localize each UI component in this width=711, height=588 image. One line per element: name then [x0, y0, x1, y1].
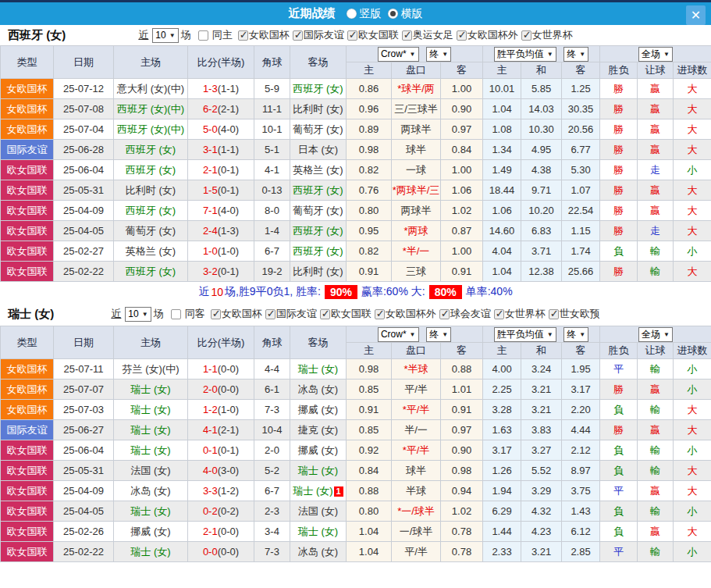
ah-line: 球半	[392, 461, 441, 481]
league-checkbox[interactable]	[457, 30, 467, 41]
subcol-ah-away: 客	[441, 343, 483, 359]
league-checkbox[interactable]	[265, 309, 276, 319]
same-away-label: 同客	[185, 307, 205, 321]
fulltime-score: 1-3	[203, 83, 218, 94]
league-checkbox[interactable]	[320, 309, 330, 319]
subcol-ah-home: 主	[347, 62, 392, 79]
ah-home-odds: 0.76	[347, 180, 392, 201]
result-handicap: 贏	[638, 380, 674, 400]
odds-time-select[interactable]: 终▼	[426, 327, 451, 342]
bookmaker-select[interactable]: Crow*▼	[378, 327, 419, 342]
fulltime-select[interactable]: 全场▼	[638, 327, 673, 342]
bookmaker-select[interactable]: Crow*▼	[378, 47, 419, 62]
ah-home-odds: 0.95	[347, 221, 392, 241]
corner-score: 10-4	[254, 420, 290, 440]
same-home-checkbox[interactable]	[198, 30, 208, 41]
fulltime-value: 全场	[642, 328, 660, 341]
result-handicap: 贏	[638, 140, 674, 160]
away-team: 冰岛 (女)	[290, 542, 347, 562]
wdl-time-select[interactable]: 终▼	[563, 47, 588, 62]
home-team: 西班牙 (女)(中)	[114, 99, 188, 119]
league-checkbox[interactable]	[375, 309, 385, 319]
league-label: 国际友谊	[304, 28, 344, 42]
result-wdl: 平	[600, 359, 638, 380]
match-row: 欧女国联25-02-22西班牙 (女)3-2(0-1)19-2比利时 (女)0.…	[1, 262, 711, 282]
ah-line: 平/半	[392, 380, 441, 400]
chevron-down-icon: ▼	[410, 328, 416, 341]
vertical-layout-radio[interactable]	[347, 9, 357, 19]
odds-draw: 14.03	[521, 99, 562, 119]
match-date: 25-04-05	[54, 221, 114, 241]
league-checkbox[interactable]	[549, 309, 559, 319]
home-team: 西班牙 (女)	[114, 262, 188, 282]
subcol-result-wdl: 胜负	[600, 62, 638, 79]
fulltime-score: 1-1	[203, 363, 218, 375]
fulltime-select[interactable]: 全场▼	[638, 47, 673, 62]
ah-away-odds: 1.01	[441, 380, 483, 400]
league-checkbox[interactable]	[521, 30, 531, 41]
fulltime-score: 6-2	[203, 103, 218, 115]
ah-home-odds: 0.84	[347, 461, 392, 481]
horizontal-layout-label[interactable]: 横版	[401, 7, 423, 21]
result-wdl: 負	[600, 400, 638, 420]
vertical-layout-label[interactable]: 竖版	[360, 7, 382, 21]
odds-home: 14.60	[483, 221, 521, 241]
chevron-down-icon: ▼	[442, 328, 448, 341]
halftime-score: (2-1)	[218, 103, 239, 115]
halftime-score: (0-0)	[218, 363, 239, 375]
league-checkbox[interactable]	[293, 30, 303, 41]
wdl-time-select[interactable]: 终▼	[563, 327, 588, 342]
home-team: 法国 (女)	[114, 461, 188, 481]
away-team: 挪威 (女)	[290, 440, 347, 461]
horizontal-layout-radio[interactable]	[388, 9, 398, 19]
ah-line: *平/半	[392, 400, 441, 420]
halftime-score: (1-3)	[218, 225, 239, 237]
corner-score: 7-3	[254, 542, 290, 562]
halftime-score: (4-0)	[218, 123, 239, 135]
league-checkbox[interactable]	[238, 30, 248, 41]
subcol-ah-away: 客	[441, 62, 483, 79]
rate-highlight: 90%	[325, 285, 357, 299]
match-count-select[interactable]: 10▼	[152, 28, 178, 43]
match-count-select[interactable]: 10▼	[125, 307, 151, 322]
col-corner: 角球	[254, 46, 290, 79]
match-count-value: 10	[128, 308, 138, 321]
odds-home: 1.04	[483, 99, 521, 119]
league-checkbox[interactable]	[347, 30, 357, 41]
wdl-avg-select[interactable]: 胜平负均值▼	[494, 47, 556, 62]
odds-time-select[interactable]: 终▼	[426, 47, 451, 62]
spain-team-title: 西班牙 (女)	[8, 28, 66, 43]
odds-home: 1.04	[483, 262, 521, 282]
dialog-titlebar: 近期战绩 竖版 横版 ✕	[0, 0, 711, 25]
match-row: 女欧国杯25-07-11芬兰 (女)(中)1-1(0-0)4-4瑞士 (女)0.…	[1, 359, 711, 380]
corner-score: 11-1	[254, 99, 290, 119]
result-handicap: 贏	[638, 522, 674, 542]
near-link[interactable]: 近	[111, 307, 121, 321]
ah-home-odds: 0.92	[347, 440, 392, 461]
wdl-avg-select[interactable]: 胜平负均值▼	[494, 327, 556, 342]
ah-line: 三球	[392, 262, 441, 282]
home-team: 瑞士 (女)	[114, 400, 188, 420]
result-handicap: 輸	[638, 262, 674, 282]
match-row: 欧女国联25-04-05葡萄牙 (女)2-4(1-3)1-4西班牙 (女)0.9…	[1, 221, 711, 241]
ah-away-odds: 0.91	[441, 400, 483, 420]
ah-away-odds: 0.78	[441, 542, 483, 562]
league-checkbox[interactable]	[494, 309, 504, 319]
odds-away: 1.15	[562, 221, 600, 241]
type-badge: 欧女国联	[1, 481, 54, 501]
fulltime-score: 2-1	[203, 526, 218, 537]
ah-away-odds: 0.90	[441, 440, 483, 461]
league-checkbox[interactable]	[439, 309, 450, 319]
close-icon[interactable]: ✕	[686, 5, 706, 25]
home-team: 西班牙 (女)	[114, 140, 188, 160]
league-checkbox[interactable]	[402, 30, 412, 41]
summary-text: 近	[198, 285, 209, 299]
chevron-down-icon: ▼	[579, 48, 585, 61]
fulltime-value: 全场	[642, 48, 660, 61]
ah-line: *半/一	[392, 241, 441, 262]
result-goals: 大	[674, 400, 711, 420]
near-link[interactable]: 近	[138, 28, 148, 42]
same-away-checkbox[interactable]	[171, 309, 181, 319]
league-checkbox[interactable]	[211, 309, 221, 319]
halftime-score: (0-1)	[218, 444, 239, 456]
